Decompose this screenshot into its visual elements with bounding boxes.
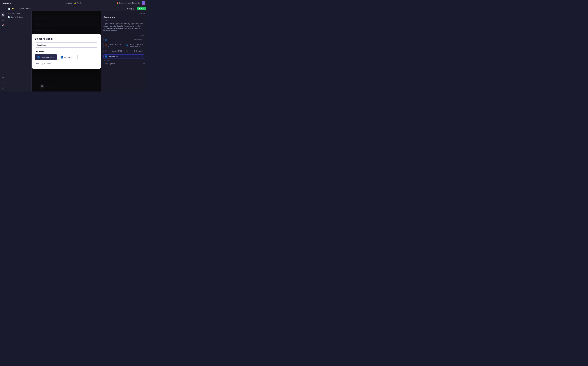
generation-title: Generation xyxy=(103,16,145,19)
sidebar-bottom: ⊕ ? ≡ xyxy=(1,75,5,91)
show-legacy-models[interactable]: Show Legacy Models ▾ xyxy=(35,62,98,65)
docs-link[interactable]: Docs ↗ xyxy=(103,19,145,21)
secondary-toolbar: 📄 📁 ⊞ DeepSeek Demo 🚀 Deploy ▶ Run xyxy=(0,6,147,11)
check-icon: ✓ xyxy=(53,56,54,58)
sidebar-item-rocket[interactable]: 🚀 xyxy=(1,23,5,28)
select-ai-model-modal: Select AI Model × DeepSeek 🔵 DeepSeek V3… xyxy=(31,34,101,69)
grid-menu-icon[interactable]: ⊞ xyxy=(138,2,140,4)
left-sidebar: ▣ ☰ 🚀 ⊕ ? ≡ xyxy=(0,11,6,92)
user-avatar[interactable] xyxy=(142,1,145,5)
sidebar-item-notes[interactable]: ≡ xyxy=(1,86,5,91)
grok-icon: X xyxy=(126,50,128,52)
legacy-chevron-icon: ▾ xyxy=(97,63,98,65)
deepseek-expand-icon: ▾ xyxy=(143,55,143,57)
file-doc-icon: 📄 xyxy=(8,16,10,18)
app-logo: wordware xyxy=(2,2,11,4)
page-title: DeepSeek Demo xyxy=(19,8,124,10)
modal-overlay[interactable]: Select AI Model × DeepSeek 🔵 DeepSeek V3… xyxy=(31,11,101,92)
llama-icon: ∞ xyxy=(105,50,107,52)
consult-button[interactable]: 🎁 Book a free consultation xyxy=(116,2,137,4)
model-claude-sonnet[interactable]: A Claude 3.5 Sonnet v2 xyxy=(103,43,124,48)
model-deepseek-v3-selected[interactable]: 🔵 DeepSeek V3 ▾ xyxy=(103,54,145,59)
claude-icon: A xyxy=(105,44,107,46)
modal-close-button[interactable]: × xyxy=(98,36,99,39)
deepseek-v3-icon: 🔵 xyxy=(37,56,40,59)
files-title: Project Files xyxy=(7,13,30,15)
model-list: M Mistral Large A Claude 3.5 Sonnet v2 G… xyxy=(103,38,145,59)
gift-icon: 🎁 xyxy=(116,2,118,4)
model-grok[interactable]: X Grok 2 Vision xyxy=(125,49,145,53)
gemini-icon: G xyxy=(126,44,128,46)
topbar-right: 🎁 Book a free consultation ⊞ xyxy=(116,1,145,5)
model-option-deepseek-r1[interactable]: 🔵 DeepSeek R1 xyxy=(58,54,77,60)
delete-icon: 🗑 xyxy=(103,60,105,61)
model-mistral-large[interactable]: M Mistral Large xyxy=(103,38,145,42)
generation-description: A generation is populated by the languag… xyxy=(103,22,145,32)
toolbar-apps-icon[interactable]: ⊞ xyxy=(16,8,17,10)
file-item-deepseek[interactable]: 📄 DeepSeek Demo xyxy=(7,16,30,19)
deepseek-r1-icon: 🔵 xyxy=(61,56,63,59)
project-name: deepseek xyxy=(65,2,73,4)
modal-title: Select AI Model xyxy=(35,38,98,40)
delete-button[interactable]: 🗑 Delete xyxy=(103,60,145,61)
deepseek-selected-icon: 🔵 xyxy=(105,55,107,58)
toolbar-doc-icon[interactable]: 📄 xyxy=(8,8,10,10)
creative-badge: creative xyxy=(140,35,145,36)
sidebar-item-list[interactable]: ☰ xyxy=(1,18,5,22)
deploy-icon: 🚀 xyxy=(126,8,129,10)
admin-options[interactable]: Admin Options ⚙ xyxy=(103,63,145,65)
deploy-button[interactable]: 🚀 Deploy xyxy=(125,7,136,10)
topbar: wordware deepseek 🔒 Private 🎁 Book a fre… xyxy=(0,0,147,6)
model-llama[interactable]: ∞ Llama 3.3 70B xyxy=(103,49,124,53)
canvas-area[interactable]: » ⋔NEW_IF_ELSE IFIF... 🔍WEB SEARCH WITH … xyxy=(31,11,101,92)
files-panel: Project Files 📄 DeepSeek Demo xyxy=(6,11,31,92)
topbar-center: deepseek 🔒 Private xyxy=(65,2,82,4)
model-gemini-flash[interactable]: G Gemini 2.0 Flash – EXPERIMENTAL xyxy=(125,43,145,48)
modal-models-grid: 🔵 DeepSeek V3 ✓ 🔵 DeepSeek R1 xyxy=(35,54,98,60)
model-search-input[interactable] xyxy=(35,42,98,48)
sidebar-item-help[interactable]: ? xyxy=(1,81,5,85)
main-layout: ▣ ☰ 🚀 ⊕ ? ≡ Project Files 📄 DeepSeek Dem… xyxy=(0,11,147,92)
run-icon: ▶ xyxy=(139,8,140,10)
right-panel: Attributes Generation Docs ↗ A generatio… xyxy=(101,11,147,92)
sidebar-item-people[interactable]: ⊕ xyxy=(1,75,5,80)
privacy-indicator: 🔒 Private xyxy=(74,2,82,4)
attributes-label: Attributes xyxy=(103,13,145,15)
admin-settings-icon: ⚙ xyxy=(143,63,145,65)
toolbar-folder-icon[interactable]: 📁 xyxy=(11,8,14,10)
modal-section-deepseek: DeepSeek xyxy=(35,50,98,53)
sidebar-item-document[interactable]: ▣ xyxy=(1,12,5,17)
model-option-deepseek-v3[interactable]: 🔵 DeepSeek V3 ✓ xyxy=(35,54,57,60)
external-link-icon: ↗ xyxy=(108,19,109,21)
privacy-label: Private xyxy=(77,2,82,4)
mistral-icon: M xyxy=(105,39,107,41)
run-button[interactable]: ▶ Run xyxy=(137,7,146,10)
lock-icon: 🔒 xyxy=(74,2,76,4)
